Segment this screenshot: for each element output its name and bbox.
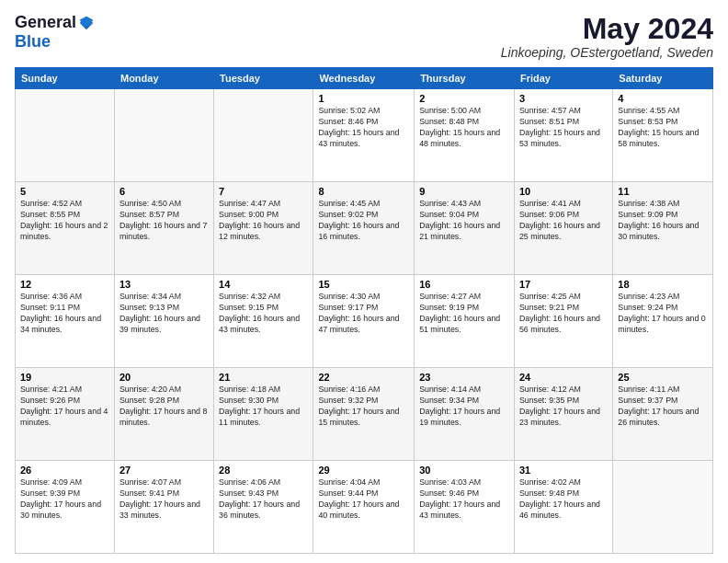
day-info: Sunrise: 4:02 AM Sunset: 9:48 PM Dayligh… [519, 477, 608, 522]
col-saturday: Saturday [613, 68, 713, 89]
day-info: Sunrise: 4:16 AM Sunset: 9:32 PM Dayligh… [318, 385, 409, 429]
day-info: Sunrise: 4:43 AM Sunset: 9:04 PM Dayligh… [419, 199, 509, 243]
day-number: 9 [419, 186, 509, 197]
day-info: Sunrise: 4:57 AM Sunset: 8:51 PM Dayligh… [519, 106, 608, 150]
calendar-cell: 3Sunrise: 4:57 AM Sunset: 8:51 PM Daylig… [514, 89, 612, 182]
day-info: Sunrise: 5:02 AM Sunset: 8:46 PM Dayligh… [318, 106, 409, 150]
month-title: May 2024 [501, 13, 713, 45]
day-info: Sunrise: 4:47 AM Sunset: 9:00 PM Dayligh… [219, 199, 308, 243]
day-info: Sunrise: 4:06 AM Sunset: 9:43 PM Dayligh… [219, 477, 308, 522]
calendar-cell: 20Sunrise: 4:20 AM Sunset: 9:28 PM Dayli… [114, 368, 213, 461]
calendar-week-4: 26Sunrise: 4:09 AM Sunset: 9:39 PM Dayli… [16, 461, 713, 554]
day-number: 18 [618, 279, 708, 290]
calendar-cell: 12Sunrise: 4:36 AM Sunset: 9:11 PM Dayli… [16, 275, 115, 368]
day-number: 6 [119, 186, 209, 197]
calendar-week-2: 12Sunrise: 4:36 AM Sunset: 9:11 PM Dayli… [16, 275, 713, 368]
calendar-week-3: 19Sunrise: 4:21 AM Sunset: 9:26 PM Dayli… [16, 368, 713, 461]
day-number: 22 [318, 372, 409, 383]
day-number: 5 [20, 186, 109, 197]
day-number: 31 [519, 465, 608, 476]
day-number: 24 [519, 372, 608, 383]
calendar-cell [613, 461, 713, 554]
col-sunday: Sunday [16, 68, 115, 89]
day-info: Sunrise: 4:04 AM Sunset: 9:44 PM Dayligh… [318, 477, 409, 522]
day-number: 11 [618, 186, 708, 197]
calendar-cell [114, 89, 213, 182]
col-thursday: Thursday [415, 68, 515, 89]
calendar-cell: 5Sunrise: 4:52 AM Sunset: 8:55 PM Daylig… [16, 182, 115, 275]
calendar-cell: 26Sunrise: 4:09 AM Sunset: 9:39 PM Dayli… [16, 461, 115, 554]
calendar-cell: 8Sunrise: 4:45 AM Sunset: 9:02 PM Daylig… [313, 182, 415, 275]
day-info: Sunrise: 4:25 AM Sunset: 9:21 PM Dayligh… [519, 292, 608, 336]
day-number: 30 [419, 465, 509, 476]
day-number: 17 [519, 279, 608, 290]
logo-general: General [15, 13, 76, 32]
day-info: Sunrise: 4:23 AM Sunset: 9:24 PM Dayligh… [618, 292, 708, 336]
calendar-cell: 24Sunrise: 4:12 AM Sunset: 9:35 PM Dayli… [514, 368, 612, 461]
day-number: 2 [419, 93, 509, 104]
calendar-cell: 9Sunrise: 4:43 AM Sunset: 9:04 PM Daylig… [415, 182, 515, 275]
day-number: 15 [318, 279, 409, 290]
col-monday: Monday [114, 68, 213, 89]
location: Linkoeping, OEstergoetland, Sweden [501, 45, 713, 60]
day-number: 26 [20, 465, 109, 476]
day-info: Sunrise: 4:30 AM Sunset: 9:17 PM Dayligh… [318, 292, 409, 336]
day-number: 3 [519, 93, 608, 104]
day-info: Sunrise: 4:12 AM Sunset: 9:35 PM Dayligh… [519, 385, 608, 429]
day-info: Sunrise: 4:14 AM Sunset: 9:34 PM Dayligh… [419, 385, 509, 429]
day-info: Sunrise: 4:27 AM Sunset: 9:19 PM Dayligh… [419, 292, 509, 336]
logo-icon [78, 15, 95, 31]
day-info: Sunrise: 4:36 AM Sunset: 9:11 PM Dayligh… [20, 292, 109, 336]
title-area: May 2024 Linkoeping, OEstergoetland, Swe… [501, 13, 713, 60]
day-number: 1 [318, 93, 409, 104]
day-info: Sunrise: 4:34 AM Sunset: 9:13 PM Dayligh… [119, 292, 209, 336]
day-number: 28 [219, 465, 308, 476]
header-row: Sunday Monday Tuesday Wednesday Thursday… [16, 68, 713, 89]
col-tuesday: Tuesday [214, 68, 313, 89]
day-number: 8 [318, 186, 409, 197]
day-info: Sunrise: 4:38 AM Sunset: 9:09 PM Dayligh… [618, 199, 708, 243]
calendar-cell: 19Sunrise: 4:21 AM Sunset: 9:26 PM Dayli… [16, 368, 115, 461]
calendar-cell: 13Sunrise: 4:34 AM Sunset: 9:13 PM Dayli… [114, 275, 213, 368]
day-number: 29 [318, 465, 409, 476]
day-number: 19 [20, 372, 109, 383]
calendar-cell: 14Sunrise: 4:32 AM Sunset: 9:15 PM Dayli… [214, 275, 313, 368]
day-number: 10 [519, 186, 608, 197]
day-number: 13 [119, 279, 209, 290]
day-info: Sunrise: 4:41 AM Sunset: 9:06 PM Dayligh… [519, 199, 608, 243]
calendar-cell: 6Sunrise: 4:50 AM Sunset: 8:57 PM Daylig… [114, 182, 213, 275]
day-number: 23 [419, 372, 509, 383]
calendar-cell: 17Sunrise: 4:25 AM Sunset: 9:21 PM Dayli… [514, 275, 612, 368]
calendar-cell: 15Sunrise: 4:30 AM Sunset: 9:17 PM Dayli… [313, 275, 415, 368]
day-info: Sunrise: 4:32 AM Sunset: 9:15 PM Dayligh… [219, 292, 308, 336]
calendar-cell: 23Sunrise: 4:14 AM Sunset: 9:34 PM Dayli… [415, 368, 515, 461]
day-info: Sunrise: 4:21 AM Sunset: 9:26 PM Dayligh… [20, 385, 109, 429]
calendar-cell [16, 89, 115, 182]
calendar-cell: 25Sunrise: 4:11 AM Sunset: 9:37 PM Dayli… [613, 368, 713, 461]
day-info: Sunrise: 4:45 AM Sunset: 9:02 PM Dayligh… [318, 199, 409, 243]
logo: General Blue [15, 13, 95, 52]
calendar-cell: 28Sunrise: 4:06 AM Sunset: 9:43 PM Dayli… [214, 461, 313, 554]
day-number: 20 [119, 372, 209, 383]
calendar-cell: 1Sunrise: 5:02 AM Sunset: 8:46 PM Daylig… [313, 89, 415, 182]
day-info: Sunrise: 4:50 AM Sunset: 8:57 PM Dayligh… [119, 199, 209, 243]
page: General Blue May 2024 Linkoeping, OEster… [0, 0, 728, 563]
day-number: 14 [219, 279, 308, 290]
calendar-week-1: 5Sunrise: 4:52 AM Sunset: 8:55 PM Daylig… [16, 182, 713, 275]
calendar-cell: 29Sunrise: 4:04 AM Sunset: 9:44 PM Dayli… [313, 461, 415, 554]
calendar-cell: 30Sunrise: 4:03 AM Sunset: 9:46 PM Dayli… [415, 461, 515, 554]
day-number: 27 [119, 465, 209, 476]
day-number: 4 [618, 93, 708, 104]
col-wednesday: Wednesday [313, 68, 415, 89]
day-info: Sunrise: 4:20 AM Sunset: 9:28 PM Dayligh… [119, 385, 209, 429]
day-number: 25 [618, 372, 708, 383]
day-info: Sunrise: 4:09 AM Sunset: 9:39 PM Dayligh… [20, 477, 109, 522]
calendar-cell: 31Sunrise: 4:02 AM Sunset: 9:48 PM Dayli… [514, 461, 612, 554]
day-number: 16 [419, 279, 509, 290]
day-number: 12 [20, 279, 109, 290]
day-number: 7 [219, 186, 308, 197]
calendar-cell: 18Sunrise: 4:23 AM Sunset: 9:24 PM Dayli… [613, 275, 713, 368]
header: General Blue May 2024 Linkoeping, OEster… [15, 13, 713, 60]
col-friday: Friday [514, 68, 612, 89]
calendar-cell: 21Sunrise: 4:18 AM Sunset: 9:30 PM Dayli… [214, 368, 313, 461]
